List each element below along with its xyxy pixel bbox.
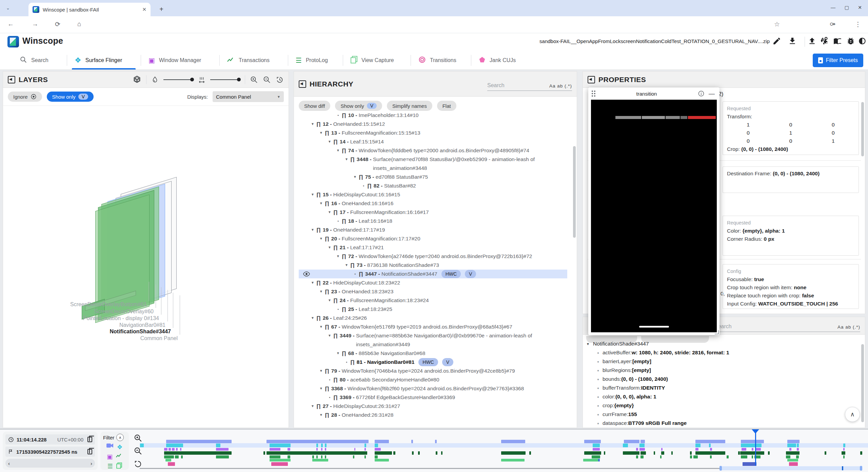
pin-icon[interactable]: ∏ bbox=[359, 173, 363, 181]
timeline-segment-protolog[interactable] bbox=[752, 455, 753, 458]
tree-row-79[interactable]: ▼∏79 - WindowToken{7046b4a type=2024 and… bbox=[299, 367, 567, 375]
pin-icon[interactable]: ∏ bbox=[342, 111, 346, 120]
property-row[interactable]: ●color: (0, 0, 0), alpha: 1 bbox=[586, 392, 857, 401]
expand-arrow-icon[interactable]: ▼ bbox=[326, 419, 333, 420]
drag-handle-icon[interactable] bbox=[592, 91, 595, 97]
expand-arrow-icon[interactable]: ▼ bbox=[309, 120, 316, 129]
timeline-segment-window-manager[interactable] bbox=[172, 448, 175, 451]
timeline-segment-transitions[interactable] bbox=[584, 440, 601, 443]
pin-icon[interactable]: ∏ bbox=[350, 358, 355, 367]
timeline-segment-transactions[interactable] bbox=[671, 451, 673, 455]
timeline-segment-transactions[interactable] bbox=[860, 451, 862, 455]
timeline-segment-transitions[interactable] bbox=[375, 440, 389, 443]
trace-toggle-layers-diamond-icon[interactable]: ❖ bbox=[117, 443, 122, 451]
resize-handle[interactable] bbox=[715, 330, 719, 334]
search-options-icons[interactable]: Aa ab (.*) bbox=[549, 83, 572, 88]
timeline-segment-protolog[interactable] bbox=[270, 455, 280, 458]
timeline-segment-transactions[interactable] bbox=[164, 451, 232, 455]
timeline-segment-transactions[interactable] bbox=[584, 451, 601, 455]
property-row[interactable]: ●dataspace: BT709 sRGB Full range bbox=[586, 419, 857, 428]
properties-scrollbar[interactable] bbox=[861, 102, 864, 156]
pin-icon[interactable]: ∏ bbox=[333, 375, 338, 384]
expand-arrow-icon[interactable]: ▼ bbox=[326, 296, 333, 305]
tree-row-13[interactable]: ▼∏13 - FullscreenMagnification:15:15#13 bbox=[299, 129, 567, 137]
download-icon[interactable] bbox=[788, 37, 798, 47]
tree-row-19[interactable]: ▼∏19 - OneHanded:17:17#19 bbox=[299, 225, 567, 234]
pin-icon[interactable]: ∏ bbox=[333, 137, 338, 146]
tree-row-82[interactable]: ●∏82 - StatusBar#82 bbox=[299, 181, 567, 190]
tab-close-icon[interactable]: ✕ bbox=[142, 6, 146, 13]
zoom-handle-left[interactable] bbox=[719, 466, 722, 471]
layers-3d-view[interactable] bbox=[3, 106, 289, 404]
timeline-segment-transitions[interactable] bbox=[435, 440, 437, 443]
timeline-segment-jank-cujs[interactable] bbox=[168, 462, 175, 466]
timeline-segment-window-manager[interactable] bbox=[180, 448, 181, 451]
timeline-segment-window-manager[interactable] bbox=[375, 448, 381, 451]
transition-screenshot-window[interactable]: transition — bbox=[588, 87, 719, 335]
hierarchy-search-input[interactable]: Search Aa ab (.*) bbox=[487, 77, 572, 91]
timeline-segment-window-manager[interactable] bbox=[639, 448, 645, 451]
nav-tab-window-manager[interactable]: ▣Window Manager bbox=[146, 51, 214, 70]
nav-tab-transitions[interactable]: Transitions bbox=[416, 51, 466, 70]
expand-arrow-icon[interactable]: ▼ bbox=[317, 234, 325, 243]
timeline-segment-jank-cujs-blue[interactable] bbox=[743, 462, 756, 466]
expand-arrow-icon[interactable]: ▼ bbox=[334, 349, 342, 358]
property-row[interactable]: ●bufferTransform: IDENTITY bbox=[586, 383, 857, 392]
pin-icon[interactable]: ∏ bbox=[316, 402, 321, 411]
expand-arrow-icon[interactable]: ▼ bbox=[317, 287, 325, 296]
tree-row-68[interactable]: ▼∏68 - 885b63e NavigationBar0#68 bbox=[299, 349, 567, 358]
search-options-icons[interactable]: Aa ab (.*) bbox=[837, 324, 860, 330]
property-row[interactable]: ●crop: {empty} bbox=[586, 401, 857, 410]
timeline-segment-protolog[interactable] bbox=[710, 455, 712, 458]
timeline-segment-transitions[interactable] bbox=[267, 440, 369, 443]
timeline-segment-transactions[interactable] bbox=[267, 451, 367, 455]
tree-row-3449[interactable]: ▼∏3449 - Surface(name=885b63e Navigation… bbox=[299, 331, 567, 349]
collapse-filter-icon[interactable]: ∧ bbox=[116, 434, 124, 441]
property-row[interactable]: ●activeBuffer: w: 1080, h: 2400, stride:… bbox=[586, 348, 857, 357]
tree-row-3447[interactable]: ●∏3447 - NotificationShade#3447HWCV bbox=[299, 270, 567, 278]
properties-tree-root[interactable]: ▼NotificationShade#3447 bbox=[586, 339, 857, 348]
timeline-segment-view-capture[interactable] bbox=[375, 459, 389, 461]
timeline-segment-transactions[interactable] bbox=[786, 451, 800, 455]
timeline-segment-protolog[interactable] bbox=[164, 455, 174, 458]
timeline-segment-transactions[interactable] bbox=[529, 451, 531, 455]
expand-arrow-icon[interactable]: ▼ bbox=[317, 322, 325, 331]
timeline-segment-protolog[interactable] bbox=[364, 455, 366, 458]
expand-arrow-icon[interactable]: ▼ bbox=[309, 278, 316, 287]
expand-arrow-icon[interactable]: ▼ bbox=[309, 225, 316, 234]
timeline-segment-transactions[interactable] bbox=[640, 451, 646, 455]
rotation-slider[interactable] bbox=[163, 79, 193, 80]
timeline-segment-view-capture[interactable] bbox=[165, 459, 171, 461]
prev-frame-button[interactable]: ‹ bbox=[8, 460, 10, 466]
expand-arrow-icon[interactable]: ▼ bbox=[351, 173, 359, 181]
pin-icon[interactable]: ∏ bbox=[342, 146, 346, 155]
timeline-segment-protolog[interactable] bbox=[727, 455, 729, 458]
pin-icon[interactable]: ∏ bbox=[359, 270, 363, 278]
property-row[interactable]: ●bounds: (0, 0) - (1080, 2400) bbox=[586, 375, 857, 383]
timeline-segment-protolog[interactable] bbox=[321, 455, 322, 458]
chip-simplify-names[interactable]: Simplify names bbox=[387, 101, 432, 111]
timeline-segment-transitions[interactable] bbox=[166, 440, 232, 443]
expand-arrow-icon[interactable]: ▼ bbox=[317, 367, 325, 375]
bookmark-star-icon[interactable]: ☆ bbox=[774, 20, 780, 28]
pin-icon[interactable]: ∏ bbox=[316, 190, 321, 199]
tree-row-10[interactable]: ●∏10 - ImePlaceholder:13:14#10 bbox=[299, 111, 567, 120]
report-bug-icon[interactable] bbox=[846, 37, 856, 47]
tree-row-3448[interactable]: ▼∏3448 - Surface(name=ed70f88 StatusBar)… bbox=[299, 155, 567, 173]
timeline-segment-transitions[interactable] bbox=[624, 440, 639, 443]
new-tab-button[interactable]: + bbox=[157, 5, 166, 14]
window-close-button[interactable]: ✕ bbox=[858, 5, 862, 10]
browser-menu-icon[interactable]: ⋮ bbox=[855, 20, 861, 28]
tree-row-72[interactable]: ▼∏72 - WindowToken{a2746de type=2040 and… bbox=[299, 252, 567, 261]
timeline-segment-transitions[interactable] bbox=[787, 440, 800, 443]
timeline-segment-transactions[interactable] bbox=[412, 451, 414, 455]
pin-icon[interactable]: ∏ bbox=[316, 278, 321, 287]
3d-view-icon[interactable] bbox=[133, 75, 141, 84]
expand-arrow-icon[interactable]: ▼ bbox=[326, 137, 333, 146]
timeline-segment-protolog[interactable] bbox=[690, 455, 692, 458]
timeline-segment-transactions[interactable] bbox=[375, 451, 392, 455]
tree-row-81[interactable]: ●∏81 - NavigationBar0#81HWCV bbox=[299, 358, 567, 367]
timeline-segment-surface-flinger[interactable] bbox=[709, 444, 711, 447]
timeline-segment-transactions[interactable] bbox=[825, 451, 826, 455]
pin-icon[interactable]: ∏ bbox=[325, 129, 329, 137]
